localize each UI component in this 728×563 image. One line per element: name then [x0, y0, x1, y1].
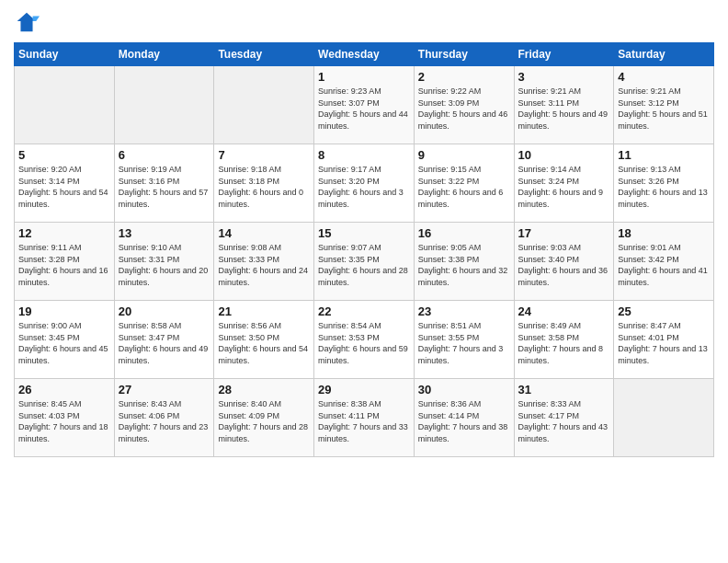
day-number: 9	[418, 148, 510, 162]
calendar-cell: 12Sunrise: 9:11 AMSunset: 3:28 PMDayligh…	[15, 223, 115, 301]
day-number: 24	[518, 304, 610, 318]
day-info: Sunrise: 8:45 AMSunset: 4:03 PMDaylight:…	[18, 398, 110, 444]
calendar-week: 5Sunrise: 9:20 AMSunset: 3:14 PMDaylight…	[15, 144, 714, 223]
calendar-cell: 21Sunrise: 8:56 AMSunset: 3:50 PMDayligh…	[214, 301, 314, 379]
calendar-cell: 24Sunrise: 8:49 AMSunset: 3:58 PMDayligh…	[514, 301, 614, 379]
day-number: 21	[218, 304, 310, 318]
day-number: 17	[518, 226, 610, 240]
calendar-cell: 25Sunrise: 8:47 AMSunset: 4:01 PMDayligh…	[614, 301, 714, 379]
day-info: Sunrise: 8:43 AMSunset: 4:06 PMDaylight:…	[119, 398, 210, 444]
calendar-cell: 6Sunrise: 9:19 AMSunset: 3:16 PMDaylight…	[114, 144, 214, 223]
day-info: Sunrise: 9:18 AMSunset: 3:18 PMDaylight:…	[218, 164, 310, 210]
day-info: Sunrise: 9:00 AMSunset: 3:45 PMDaylight:…	[18, 320, 110, 366]
day-info: Sunrise: 8:40 AMSunset: 4:09 PMDaylight:…	[218, 398, 310, 444]
day-number: 29	[318, 383, 410, 396]
weekday-header: Tuesday	[214, 43, 314, 66]
weekday-header: Saturday	[614, 43, 714, 66]
day-info: Sunrise: 8:36 AMSunset: 4:14 PMDaylight:…	[418, 398, 510, 444]
calendar-cell: 4Sunrise: 9:21 AMSunset: 3:12 PMDaylight…	[614, 66, 714, 144]
calendar-cell: 14Sunrise: 9:08 AMSunset: 3:33 PMDayligh…	[214, 223, 314, 301]
day-info: Sunrise: 8:47 AMSunset: 4:01 PMDaylight:…	[618, 320, 710, 366]
calendar-cell	[114, 66, 214, 144]
day-number: 6	[119, 148, 210, 162]
calendar-cell: 9Sunrise: 9:15 AMSunset: 3:22 PMDaylight…	[414, 144, 514, 223]
day-number: 18	[618, 226, 710, 240]
calendar-cell: 30Sunrise: 8:36 AMSunset: 4:14 PMDayligh…	[414, 379, 514, 457]
day-number: 16	[418, 226, 510, 240]
day-info: Sunrise: 9:10 AMSunset: 3:31 PMDaylight:…	[119, 242, 210, 288]
day-number: 5	[18, 148, 110, 162]
day-info: Sunrise: 8:58 AMSunset: 3:47 PMDaylight:…	[119, 320, 210, 366]
weekday-header: Monday	[114, 43, 214, 66]
day-info: Sunrise: 9:17 AMSunset: 3:20 PMDaylight:…	[318, 164, 410, 210]
day-number: 31	[518, 383, 610, 396]
day-number: 20	[119, 304, 210, 318]
day-number: 2	[418, 70, 510, 84]
day-info: Sunrise: 9:19 AMSunset: 3:16 PMDaylight:…	[119, 164, 210, 210]
calendar-cell: 7Sunrise: 9:18 AMSunset: 3:18 PMDaylight…	[214, 144, 314, 223]
day-number: 8	[318, 148, 410, 162]
header-row: SundayMondayTuesdayWednesdayThursdayFrid…	[15, 43, 714, 66]
calendar-cell	[614, 379, 714, 457]
day-number: 30	[418, 383, 510, 396]
day-info: Sunrise: 9:15 AMSunset: 3:22 PMDaylight:…	[418, 164, 510, 210]
day-number: 25	[618, 304, 710, 318]
calendar-cell: 1Sunrise: 9:23 AMSunset: 3:07 PMDaylight…	[314, 66, 415, 144]
day-number: 26	[18, 383, 110, 396]
day-number: 10	[518, 148, 610, 162]
calendar-cell: 17Sunrise: 9:03 AMSunset: 3:40 PMDayligh…	[514, 223, 614, 301]
day-info: Sunrise: 9:07 AMSunset: 3:35 PMDaylight:…	[318, 242, 410, 288]
calendar-cell: 3Sunrise: 9:21 AMSunset: 3:11 PMDaylight…	[514, 66, 614, 144]
calendar-cell: 18Sunrise: 9:01 AMSunset: 3:42 PMDayligh…	[614, 223, 714, 301]
calendar-week: 26Sunrise: 8:45 AMSunset: 4:03 PMDayligh…	[15, 379, 714, 457]
calendar-cell: 26Sunrise: 8:45 AMSunset: 4:03 PMDayligh…	[15, 379, 115, 457]
calendar-cell: 10Sunrise: 9:14 AMSunset: 3:24 PMDayligh…	[514, 144, 614, 223]
day-info: Sunrise: 9:13 AMSunset: 3:26 PMDaylight:…	[618, 164, 710, 210]
calendar-cell: 31Sunrise: 8:33 AMSunset: 4:17 PMDayligh…	[514, 379, 614, 457]
calendar-week: 19Sunrise: 9:00 AMSunset: 3:45 PMDayligh…	[15, 301, 714, 379]
day-info: Sunrise: 9:11 AMSunset: 3:28 PMDaylight:…	[18, 242, 110, 288]
day-number: 23	[418, 304, 510, 318]
day-number: 28	[218, 383, 310, 396]
calendar-cell: 15Sunrise: 9:07 AMSunset: 3:35 PMDayligh…	[314, 223, 415, 301]
calendar-cell: 28Sunrise: 8:40 AMSunset: 4:09 PMDayligh…	[214, 379, 314, 457]
day-info: Sunrise: 9:22 AMSunset: 3:09 PMDaylight:…	[418, 86, 510, 132]
weekday-header: Thursday	[414, 43, 514, 66]
day-info: Sunrise: 8:49 AMSunset: 3:58 PMDaylight:…	[518, 320, 610, 366]
calendar-cell: 22Sunrise: 8:54 AMSunset: 3:53 PMDayligh…	[314, 301, 415, 379]
calendar-cell: 27Sunrise: 8:43 AMSunset: 4:06 PMDayligh…	[114, 379, 214, 457]
day-number: 22	[318, 304, 410, 318]
calendar-cell: 19Sunrise: 9:00 AMSunset: 3:45 PMDayligh…	[15, 301, 115, 379]
day-info: Sunrise: 8:33 AMSunset: 4:17 PMDaylight:…	[518, 398, 610, 444]
calendar-cell: 13Sunrise: 9:10 AMSunset: 3:31 PMDayligh…	[114, 223, 214, 301]
day-info: Sunrise: 9:03 AMSunset: 3:40 PMDaylight:…	[518, 242, 610, 288]
day-number: 12	[18, 226, 110, 240]
day-info: Sunrise: 9:05 AMSunset: 3:38 PMDaylight:…	[418, 242, 510, 288]
day-info: Sunrise: 8:56 AMSunset: 3:50 PMDaylight:…	[218, 320, 310, 366]
day-number: 3	[518, 70, 610, 84]
day-number: 11	[618, 148, 710, 162]
weekday-header: Sunday	[15, 43, 115, 66]
header	[14, 9, 714, 35]
calendar-cell	[214, 66, 314, 144]
day-info: Sunrise: 9:20 AMSunset: 3:14 PMDaylight:…	[18, 164, 110, 210]
calendar-cell: 20Sunrise: 8:58 AMSunset: 3:47 PMDayligh…	[114, 301, 214, 379]
day-number: 7	[218, 148, 310, 162]
calendar-week: 1Sunrise: 9:23 AMSunset: 3:07 PMDaylight…	[15, 66, 714, 144]
calendar-cell: 5Sunrise: 9:20 AMSunset: 3:14 PMDaylight…	[15, 144, 115, 223]
day-number: 1	[318, 70, 410, 84]
calendar-cell: 23Sunrise: 8:51 AMSunset: 3:55 PMDayligh…	[414, 301, 514, 379]
calendar-cell: 11Sunrise: 9:13 AMSunset: 3:26 PMDayligh…	[614, 144, 714, 223]
day-number: 4	[618, 70, 710, 84]
calendar-table: SundayMondayTuesdayWednesdayThursdayFrid…	[14, 42, 714, 457]
day-info: Sunrise: 9:01 AMSunset: 3:42 PMDaylight:…	[618, 242, 710, 288]
weekday-header: Friday	[514, 43, 614, 66]
day-info: Sunrise: 9:23 AMSunset: 3:07 PMDaylight:…	[318, 86, 410, 132]
day-number: 13	[119, 226, 210, 240]
weekday-header: Wednesday	[314, 43, 415, 66]
day-info: Sunrise: 8:38 AMSunset: 4:11 PMDaylight:…	[318, 398, 410, 444]
day-info: Sunrise: 8:51 AMSunset: 3:55 PMDaylight:…	[418, 320, 510, 366]
logo-icon	[14, 9, 40, 35]
calendar-week: 12Sunrise: 9:11 AMSunset: 3:28 PMDayligh…	[15, 223, 714, 301]
day-info: Sunrise: 9:21 AMSunset: 3:12 PMDaylight:…	[618, 86, 710, 132]
